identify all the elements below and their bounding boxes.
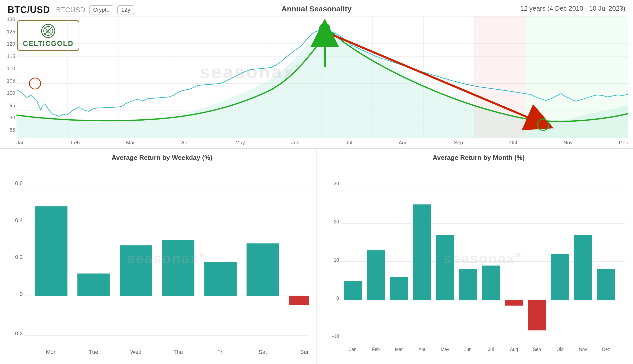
x-feb: Feb xyxy=(71,140,80,146)
crypto-badge[interactable]: Crypto xyxy=(89,5,113,14)
svg-rect-73 xyxy=(436,235,454,300)
svg-rect-76 xyxy=(505,300,523,305)
svg-rect-69 xyxy=(344,281,362,300)
sub-symbol: BTCUSD xyxy=(56,6,85,14)
svg-rect-75 xyxy=(482,265,500,300)
svg-rect-49 xyxy=(247,243,279,296)
svg-text:Tue: Tue xyxy=(89,349,98,355)
period-badge[interactable]: 12y xyxy=(117,5,134,14)
svg-text:Feb: Feb xyxy=(372,347,380,352)
x-apr: Apr xyxy=(181,140,189,146)
svg-text:10: 10 xyxy=(334,257,339,262)
main-chart-svg xyxy=(16,16,628,138)
y-label-110: 110 xyxy=(7,66,15,71)
svg-text:0: 0 xyxy=(20,291,23,297)
svg-text:Sat: Sat xyxy=(259,349,267,355)
svg-text:Aug: Aug xyxy=(510,347,518,352)
y-label-95: 95 xyxy=(10,103,15,108)
bottom-charts: Average Return by Weekday (%) seasonax▾ … xyxy=(0,148,633,364)
month-title: Average Return by Month (%) xyxy=(332,154,626,162)
y-label-130: 130 xyxy=(7,16,15,22)
svg-text:Jul: Jul xyxy=(488,347,494,352)
y-label-85: 85 xyxy=(10,127,15,133)
svg-rect-50 xyxy=(289,296,309,305)
center-title: Annual Seasonality xyxy=(282,5,352,13)
svg-text:Thu: Thu xyxy=(173,349,183,355)
month-chart: Average Return by Month (%) seasonax▾ 30… xyxy=(317,149,633,364)
svg-text:0.4: 0.4 xyxy=(15,217,23,223)
x-may: May xyxy=(235,140,245,146)
svg-text:May: May xyxy=(441,347,449,352)
weekday-title: Average Return by Weekday (%) xyxy=(15,154,309,162)
y-label-120: 120 xyxy=(7,41,15,47)
top-chart: BTC/USD BTCUSD Crypto 12y Annual Seasona… xyxy=(0,0,633,148)
x-oct: Oct xyxy=(509,140,517,146)
svg-rect-45 xyxy=(77,273,110,296)
svg-text:0.6: 0.6 xyxy=(15,180,23,186)
svg-rect-74 xyxy=(459,269,477,300)
right-info: 12 years (4 Dec 2010 - 10 Jul 2023) xyxy=(520,5,625,12)
y-label-105: 105 xyxy=(7,78,15,84)
svg-rect-24 xyxy=(474,16,525,138)
svg-rect-46 xyxy=(120,245,152,296)
x-dec: Dec xyxy=(619,140,628,146)
main-chart-area: seasonax▾ xyxy=(16,16,628,138)
symbol-title: BTC/USD xyxy=(8,5,50,15)
y-axis: 130 125 120 115 110 105 100 95 90 85 xyxy=(3,16,15,133)
svg-rect-47 xyxy=(162,240,195,296)
svg-text:Dez: Dez xyxy=(602,347,610,352)
svg-text:-0.2: -0.2 xyxy=(15,330,23,337)
svg-rect-80 xyxy=(597,269,615,300)
x-aug: Aug xyxy=(399,140,408,146)
main-container: BTC/USD BTCUSD Crypto 12y Annual Seasona… xyxy=(0,0,633,364)
weekday-chart-svg: 0.6 0.4 0.2 0 -0.2 xyxy=(15,164,309,364)
y-label-100: 100 xyxy=(7,90,15,96)
svg-rect-79 xyxy=(574,235,592,300)
svg-text:Sun: Sun xyxy=(300,349,309,355)
svg-text:Mar: Mar xyxy=(395,347,402,352)
x-sep: Sep xyxy=(454,140,463,146)
x-mar: Mar xyxy=(126,140,135,146)
svg-rect-44 xyxy=(35,206,67,296)
svg-text:Nov: Nov xyxy=(579,347,587,352)
svg-rect-71 xyxy=(390,277,408,300)
svg-rect-70 xyxy=(367,250,385,300)
svg-text:0: 0 xyxy=(336,295,339,301)
svg-text:30: 30 xyxy=(334,180,339,186)
y-label-90: 90 xyxy=(10,115,15,121)
svg-rect-72 xyxy=(413,204,431,300)
x-nov: Nov xyxy=(564,140,573,146)
svg-text:Okt: Okt xyxy=(556,347,564,352)
y-label-115: 115 xyxy=(7,53,15,59)
svg-text:Mon: Mon xyxy=(46,349,57,355)
x-jan: Jan xyxy=(16,140,25,146)
svg-text:0.2: 0.2 xyxy=(15,254,23,260)
svg-rect-48 xyxy=(204,262,237,296)
x-jun: Jun xyxy=(291,140,300,146)
svg-text:Apr: Apr xyxy=(418,347,425,352)
svg-text:Jan: Jan xyxy=(349,347,356,352)
svg-text:Sep: Sep xyxy=(533,347,541,352)
x-axis: Jan Feb Mar Apr May Jun Jul Aug Sep Oct … xyxy=(16,140,628,146)
svg-rect-78 xyxy=(551,254,569,300)
month-chart-svg: 30 20 10 0 -10 xyxy=(332,164,626,364)
svg-rect-77 xyxy=(528,300,546,330)
svg-text:20: 20 xyxy=(334,219,339,224)
svg-text:Wed: Wed xyxy=(130,349,142,355)
svg-text:Jun: Jun xyxy=(464,347,471,352)
weekday-chart: Average Return by Weekday (%) seasonax▾ … xyxy=(0,149,317,364)
x-jul: Jul xyxy=(346,140,352,146)
svg-text:-10: -10 xyxy=(332,333,339,339)
y-label-125: 125 xyxy=(7,29,15,35)
svg-text:Fri: Fri xyxy=(217,349,224,355)
